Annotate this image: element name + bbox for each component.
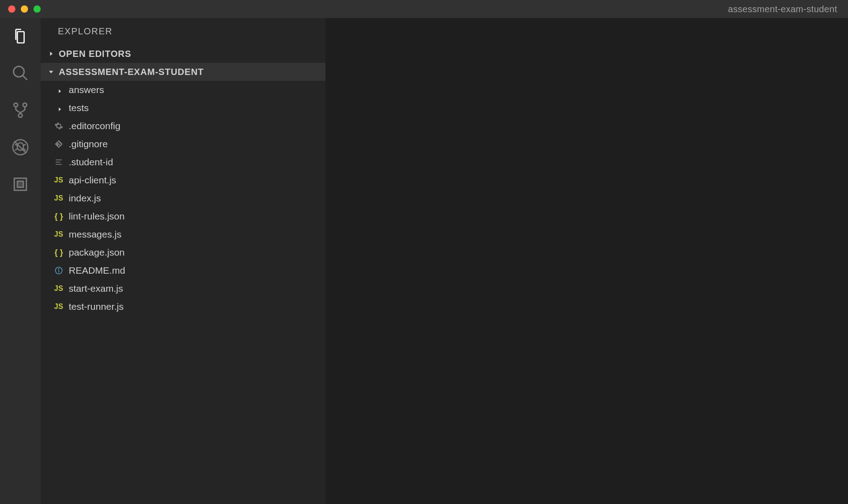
app-window: assessment-exam-student [0, 0, 848, 504]
debug-icon[interactable] [10, 137, 30, 157]
git-icon [53, 139, 64, 149]
sidebar: EXPLORER OPEN EDITORS ASSESSMENT-EXAM-ST… [41, 18, 325, 504]
file-student-id[interactable]: .student-id [41, 153, 325, 171]
chevron-down-icon [47, 68, 55, 76]
gear-icon [53, 121, 64, 131]
svg-point-4 [19, 114, 22, 117]
file-label: index.js [69, 193, 101, 204]
sidebar-title: EXPLORER [41, 18, 325, 45]
chevron-right-icon [56, 104, 63, 112]
file-label: api-client.js [69, 175, 116, 186]
file-label: .gitignore [69, 139, 108, 149]
file-label: .student-id [69, 157, 113, 168]
open-editors-section[interactable]: OPEN EDITORS [41, 45, 325, 63]
svg-point-2 [14, 103, 18, 107]
js-icon: JS [53, 301, 64, 312]
file-label: start-exam.js [69, 283, 123, 294]
info-icon [53, 265, 64, 276]
file-tree: answers tests .editorconfig [41, 81, 325, 316]
source-control-icon[interactable] [10, 100, 30, 120]
maximize-window-button[interactable] [33, 5, 41, 13]
js-icon: JS [53, 283, 64, 294]
folder-answers[interactable]: answers [41, 81, 325, 99]
project-label: ASSESSMENT-EXAM-STUDENT [59, 67, 204, 77]
file-index[interactable]: JS index.js [41, 189, 325, 207]
explorer-icon[interactable] [10, 26, 30, 46]
open-editors-label: OPEN EDITORS [59, 49, 131, 59]
folder-label: tests [69, 103, 89, 113]
titlebar: assessment-exam-student [0, 0, 848, 18]
file-label: README.md [69, 265, 125, 276]
file-package-json[interactable]: { } package.json [41, 243, 325, 261]
file-gitignore[interactable]: .gitignore [41, 135, 325, 153]
file-lint-rules[interactable]: { } lint-rules.json [41, 207, 325, 225]
js-icon: JS [53, 175, 64, 186]
js-icon: JS [53, 229, 64, 240]
search-icon[interactable] [10, 63, 30, 83]
project-section[interactable]: ASSESSMENT-EXAM-STUDENT [41, 63, 325, 81]
minimize-window-button[interactable] [21, 5, 28, 13]
folder-label: answers [69, 84, 104, 95]
file-readme[interactable]: README.md [41, 261, 325, 280]
js-icon: JS [53, 193, 64, 204]
chevron-right-icon [47, 50, 55, 58]
file-label: test-runner.js [69, 301, 123, 312]
folder-tests[interactable]: tests [41, 99, 325, 117]
svg-point-18 [58, 269, 59, 269]
window-title: assessment-exam-student [728, 4, 837, 14]
file-api-client[interactable]: JS api-client.js [41, 171, 325, 189]
file-label: .editorconfig [69, 121, 120, 131]
json-icon: { } [53, 211, 64, 222]
window-controls [0, 5, 41, 13]
chevron-right-icon [56, 86, 63, 93]
file-start-exam[interactable]: JS start-exam.js [41, 280, 325, 298]
svg-rect-12 [17, 181, 23, 187]
svg-point-0 [14, 66, 24, 77]
activity-bar [0, 18, 41, 504]
file-editorconfig[interactable]: .editorconfig [41, 117, 325, 135]
file-messages[interactable]: JS messages.js [41, 225, 325, 243]
file-label: lint-rules.json [69, 211, 125, 222]
svg-line-8 [15, 149, 17, 150]
extensions-icon[interactable] [10, 174, 30, 194]
svg-line-1 [23, 75, 27, 80]
svg-point-3 [23, 103, 27, 107]
editor-area[interactable] [325, 18, 848, 504]
close-window-button[interactable] [8, 5, 15, 13]
text-lines-icon [53, 157, 64, 168]
json-icon: { } [53, 247, 64, 258]
file-test-runner[interactable]: JS test-runner.js [41, 298, 325, 316]
file-label: messages.js [69, 229, 122, 240]
file-label: package.json [69, 247, 125, 258]
